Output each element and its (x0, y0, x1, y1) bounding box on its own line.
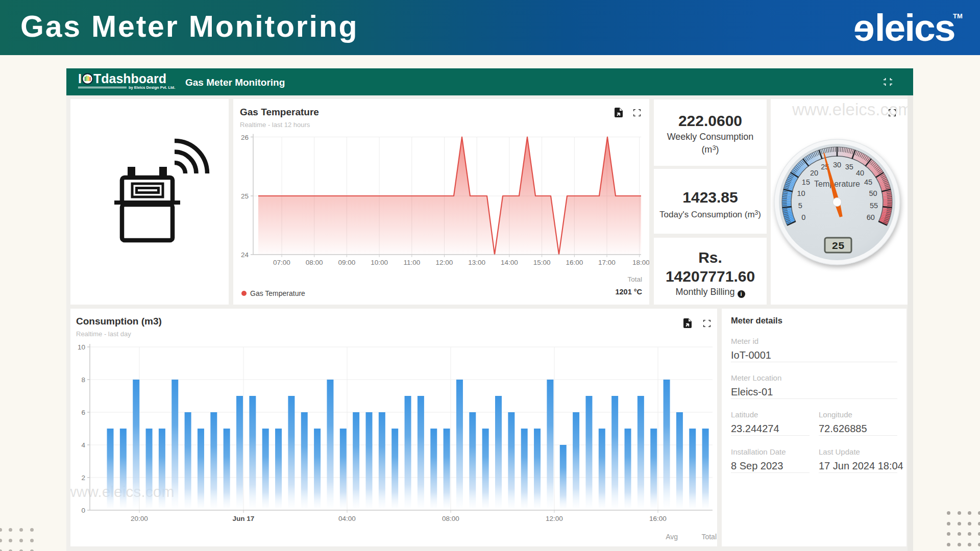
svg-text:30: 30 (833, 161, 841, 169)
svg-text:15:00: 15:00 (533, 259, 551, 266)
svg-text:40: 40 (856, 169, 864, 177)
svg-text:08:00: 08:00 (442, 515, 459, 522)
svg-text:5: 5 (798, 202, 802, 210)
svg-text:08:00: 08:00 (306, 259, 323, 266)
svg-text:14:00: 14:00 (501, 259, 518, 266)
svg-text:11:00: 11:00 (403, 259, 420, 266)
svg-text:Jun 17: Jun 17 (233, 515, 255, 522)
svg-text:0: 0 (801, 213, 805, 221)
svg-text:20: 20 (810, 169, 818, 177)
svg-text:Gas Temperature: Gas Temperature (250, 289, 305, 297)
svg-text:16:00: 16:00 (649, 515, 667, 522)
svg-text:07:00: 07:00 (273, 259, 290, 266)
svg-text:35: 35 (845, 163, 853, 171)
svg-text:1201 °C: 1201 °C (615, 288, 642, 296)
svg-text:17:00: 17:00 (598, 259, 616, 266)
svg-text:15: 15 (802, 178, 810, 186)
svg-text:24: 24 (241, 251, 249, 259)
svg-text:0: 0 (81, 507, 85, 514)
svg-text:20:00: 20:00 (131, 515, 148, 522)
svg-text:4: 4 (81, 441, 85, 449)
svg-text:Total: Total (701, 533, 717, 541)
svg-text:8: 8 (81, 376, 85, 384)
svg-text:Temperature: Temperature (814, 180, 860, 188)
svg-text:50: 50 (869, 189, 877, 197)
svg-text:6: 6 (81, 409, 85, 416)
svg-text:Total: Total (627, 276, 642, 283)
svg-text:55: 55 (870, 202, 878, 210)
svg-text:12:00: 12:00 (436, 259, 453, 266)
svg-text:45: 45 (864, 178, 872, 186)
svg-text:18:00: 18:00 (632, 259, 649, 266)
svg-text:2: 2 (81, 474, 85, 482)
svg-text:09:00: 09:00 (338, 259, 356, 266)
svg-text:60: 60 (867, 213, 875, 221)
svg-text:04:00: 04:00 (338, 515, 356, 522)
svg-text:26: 26 (241, 134, 249, 141)
svg-text:13:00: 13:00 (468, 259, 485, 266)
svg-text:Avg: Avg (666, 533, 678, 541)
svg-text:25: 25 (831, 240, 844, 252)
svg-text:10:00: 10:00 (371, 259, 388, 266)
svg-text:25: 25 (241, 192, 249, 200)
svg-text:10: 10 (797, 189, 805, 197)
svg-text:16:00: 16:00 (566, 259, 583, 266)
svg-text:12:00: 12:00 (546, 515, 563, 522)
svg-text:10: 10 (78, 343, 85, 351)
